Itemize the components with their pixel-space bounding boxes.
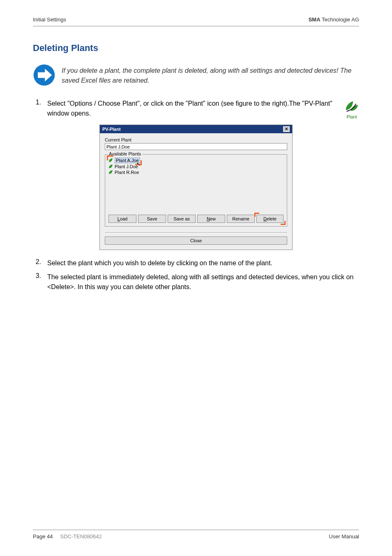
plant-item-label: Plant J.Doe [115,164,138,169]
save-button[interactable]: Save [138,215,166,223]
dialog-title: PV-Plant [102,127,121,132]
header-left: Initial Settings [33,16,66,23]
plant-list[interactable]: Plant A.Joe ↖ Plant J.Doe Plant R.Roe [108,157,284,211]
plant-icon [344,99,359,114]
pv-plant-dialog: PV-Plant ✕ Current Plant Available Plant… [99,125,293,250]
header-right: SMA Technologie AG [309,16,359,23]
step-number-3: 3. [33,272,47,292]
delete-button[interactable]: Delete [256,215,284,223]
plant-toolbar-icon[interactable]: Plant [344,99,359,119]
rename-button[interactable]: Rename [227,215,255,223]
leaf-icon [108,164,113,169]
arrow-right-icon [33,64,55,86]
close-button[interactable]: Close [105,236,287,245]
step-2-text: Select the plant which you wish to delet… [47,258,359,268]
plant-icon-label: Plant [344,114,359,119]
step-2-row: 2. Select the plant which you wish to de… [33,258,359,268]
highlight-corner-icon [281,221,286,225]
current-plant-input[interactable] [105,143,287,150]
dialog-titlebar: PV-Plant ✕ [100,125,292,133]
header-brand: SMA [309,16,321,23]
header-company: Technologie AG [321,16,359,23]
step-number-1: 1. [33,99,47,118]
current-plant-label: Current Plant [105,137,287,142]
footer-doc-id: SDC-TEN080642 [60,533,102,540]
step-1-row: 1. Select "Options / Choose Plant", or c… [33,99,359,123]
page-header: Initial Settings SMA Technologie AG [33,16,359,23]
footer-right: User Manual [329,533,359,540]
close-icon[interactable]: ✕ [283,126,290,132]
section-title: Deleting Plants [33,43,359,53]
dialog-screenshot: PV-Plant ✕ Current Plant Available Plant… [33,125,359,250]
save-as-button[interactable]: Save as [168,215,196,223]
list-item[interactable]: Plant A.Joe ↖ [108,157,140,164]
load-button[interactable]: Load [108,215,136,223]
load-btn-rest: oad [120,216,127,221]
leaf-icon [108,170,113,175]
header-rule [33,26,359,26]
button-row: Load Save Save as New Rename Delete [108,215,284,223]
new-button[interactable]: New [197,215,225,223]
cursor-icon: ↖ [136,161,141,167]
note-block: If you delete a plant, the complete plan… [33,64,359,86]
footer-page: Page 44 [33,533,53,540]
dialog-divider [105,232,287,233]
step-1-text: Select "Options / Choose Plant", or clic… [47,99,340,118]
step-3-text: The selected plant is immediately delete… [47,272,359,292]
page-footer: Page 44 SDC-TEN080642 User Manual [33,530,359,540]
highlight-corner-icon [254,213,259,217]
step-3-row: 3. The selected plant is immediately del… [33,272,359,292]
note-text: If you delete a plant, the complete plan… [62,64,359,86]
available-plants-fieldset: Available Plants Plant A.Joe ↖ Plant J.D… [105,154,287,227]
plant-item-label: Plant R.Roe [115,170,139,175]
list-item[interactable]: Plant R.Roe [108,169,284,175]
highlight-corner-icon [107,155,113,160]
step-number-2: 2. [33,258,47,268]
